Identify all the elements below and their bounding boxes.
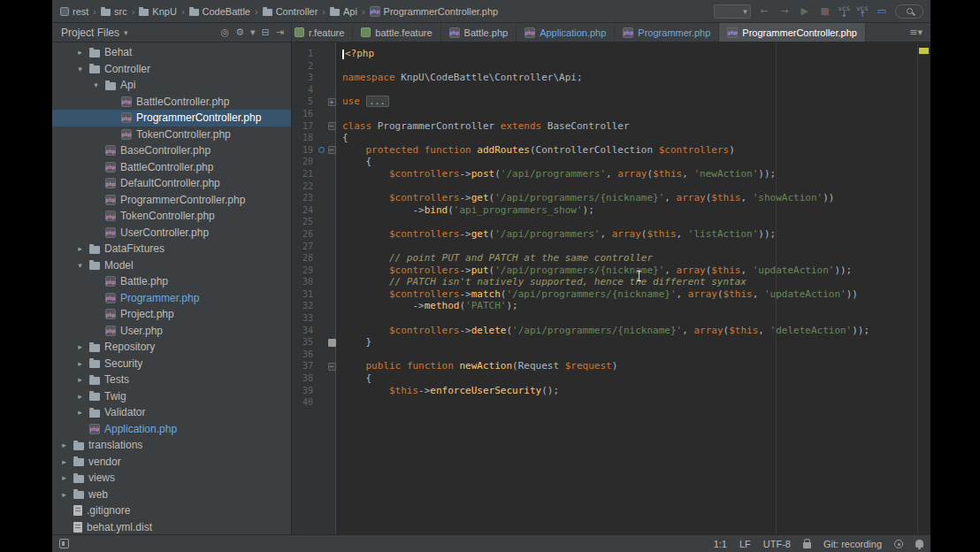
git-branch-indicator[interactable]: Git: recording xyxy=(823,539,882,549)
vcs-commit-icon[interactable]: VCS↑ xyxy=(856,6,869,17)
code-text[interactable]: $controllers->post('/api/programmers', a… xyxy=(337,168,930,180)
code-text[interactable] xyxy=(337,180,930,193)
expand-arrow-icon[interactable]: ▸ xyxy=(75,375,85,384)
tree-item-Project.php[interactable]: Project.php xyxy=(52,306,291,323)
vcs-update-icon[interactable]: VCS↓ xyxy=(838,6,851,17)
code-text[interactable] xyxy=(337,312,930,325)
tree-item-Validator[interactable]: ▸Validator xyxy=(52,404,291,421)
expand-arrow-icon[interactable]: ▸ xyxy=(59,490,69,499)
hide-panel-icon[interactable]: ⇥ xyxy=(276,27,284,38)
breadcrumb-item[interactable]: CodeBattle xyxy=(187,5,253,18)
search-icon[interactable] xyxy=(895,4,923,19)
code-editor[interactable]: 1<?php23namespace KnpU\CodeBattle\Contro… xyxy=(292,42,930,534)
code-text[interactable]: class ProgrammerController extends BaseC… xyxy=(337,120,930,133)
expand-arrow-icon[interactable]: ▸ xyxy=(75,359,85,368)
encoding-indicator[interactable]: UTF-8 xyxy=(763,539,791,549)
tab-Battle.php[interactable]: Battle.php xyxy=(441,23,517,42)
tree-item-Battle.php[interactable]: Battle.php xyxy=(52,273,291,290)
fold-marker-icon[interactable]: − xyxy=(328,122,336,130)
code-text[interactable]: <?php xyxy=(337,48,930,60)
caret-position[interactable]: 1:1 xyxy=(714,539,727,549)
collapse-arrow-icon[interactable]: ▾ xyxy=(75,261,85,270)
code-text[interactable] xyxy=(337,349,930,361)
collapse-arrow-icon[interactable]: ▾ xyxy=(91,80,101,89)
code-text[interactable]: $controllers->match('/api/programmers/{n… xyxy=(337,288,930,301)
tree-item-Behat[interactable]: ▸Behat xyxy=(52,44,291,61)
tree-item-DefaultController.php[interactable]: DefaultController.php xyxy=(52,175,291,192)
tree-item-BattleController.php[interactable]: BattleController.php xyxy=(52,94,291,111)
breadcrumb-item[interactable]: ProgrammerController.php xyxy=(367,5,501,18)
code-text[interactable]: namespace KnpU\CodeBattle\Controller\Api… xyxy=(337,72,930,84)
tree-item-Tests[interactable]: ▸Tests xyxy=(52,372,291,388)
code-text[interactable]: { xyxy=(337,372,930,385)
code-text[interactable]: use ... xyxy=(337,96,930,108)
forward-arrow-icon[interactable]: → xyxy=(777,5,792,17)
code-text[interactable]: // PATCH isn't natively supported, hence… xyxy=(337,276,930,288)
fold-marker-icon[interactable]: − xyxy=(328,363,336,371)
code-text[interactable]: protected function addRoutes(ControllerC… xyxy=(337,144,930,157)
code-text[interactable]: public function newAction(Request $reque… xyxy=(337,360,930,372)
tree-item-BaseController.php[interactable]: BaseController.php xyxy=(52,142,291,159)
line-ending-indicator[interactable]: LF xyxy=(739,539,751,549)
tree-item-translations[interactable]: ▸translations xyxy=(52,437,291,454)
fold-marker-icon[interactable]: + xyxy=(328,98,336,106)
tree-item-views[interactable]: ▸views xyxy=(52,470,291,487)
tree-item-Security[interactable]: ▸Security xyxy=(52,356,291,372)
chevron-down-icon[interactable]: ▾ xyxy=(124,28,128,37)
expand-arrow-icon[interactable]: ▸ xyxy=(75,342,85,351)
code-text[interactable]: $controllers->put('/api/programmers/{nic… xyxy=(337,264,930,277)
tree-item-Api[interactable]: ▾Api xyxy=(52,77,291,94)
collapse-arrow-icon[interactable]: ▾ xyxy=(75,65,85,73)
code-text[interactable] xyxy=(337,216,930,228)
code-text[interactable] xyxy=(337,241,930,253)
stripe-warning-marker[interactable] xyxy=(919,48,929,54)
expand-arrow-icon[interactable]: ▸ xyxy=(75,48,85,57)
tree-item-.gitignore[interactable]: .gitignore xyxy=(52,502,291,519)
tab-Programmer.php[interactable]: Programmer.php xyxy=(615,23,719,42)
code-text[interactable]: ->bind('api_programmers_show'); xyxy=(337,204,930,217)
code-text[interactable] xyxy=(337,60,930,73)
tree-item-Programmer.php[interactable]: Programmer.php xyxy=(52,290,291,307)
tree-item-User.php[interactable]: User.php xyxy=(52,323,291,340)
tree-item-DataFixtures[interactable]: ▸DataFixtures xyxy=(52,241,291,257)
breadcrumb-item[interactable]: Api xyxy=(327,5,360,18)
settings-gear-icon[interactable]: ⚙ xyxy=(235,27,244,38)
code-text[interactable] xyxy=(337,108,930,120)
tree-item-web[interactable]: ▸web xyxy=(52,487,291,503)
toolwindow-toggle-icon[interactable] xyxy=(59,539,69,548)
notifications-icon[interactable] xyxy=(915,540,923,548)
tree-item-UserController.php[interactable]: UserController.php xyxy=(52,225,291,242)
code-text[interactable]: { xyxy=(337,132,930,144)
code-text[interactable]: ->method('PATCH'); xyxy=(337,300,930,312)
tree-item-BattleController.php[interactable]: BattleController.php xyxy=(52,159,291,176)
code-text[interactable]: $controllers->get('/api/programmers', ar… xyxy=(337,228,930,241)
code-text[interactable]: // point PUT and PATCH at the same contr… xyxy=(337,252,930,264)
run-icon[interactable]: ▶ xyxy=(798,5,812,17)
tree-item-ProgrammerController.php[interactable]: ProgrammerController.php xyxy=(52,110,291,126)
tab-battle.feature[interactable]: battle.feature xyxy=(353,23,440,42)
tab-ProgrammerController.php[interactable]: ProgrammerController.php xyxy=(719,23,866,42)
project-view-selector[interactable]: Project Files xyxy=(61,27,119,39)
run-config-select[interactable]: ▾ xyxy=(714,4,751,19)
tree-item-ProgrammerController.php[interactable]: ProgrammerController.php xyxy=(52,192,291,209)
lock-icon[interactable] xyxy=(803,542,811,548)
screen-share-icon[interactable]: ▭ xyxy=(875,5,889,17)
code-text[interactable]: $controllers->delete('/api/programmers/{… xyxy=(337,325,930,337)
error-stripe-scrollbar[interactable] xyxy=(917,42,930,534)
back-arrow-icon[interactable]: ← xyxy=(757,5,771,17)
fold-marker-icon[interactable]: − xyxy=(328,146,336,154)
code-text[interactable]: } xyxy=(337,336,930,349)
code-text[interactable]: $controllers->get('/api/programmers/{nic… xyxy=(337,192,930,204)
override-marker-icon[interactable] xyxy=(318,147,325,153)
code-text[interactable] xyxy=(337,396,930,409)
breadcrumb-item[interactable]: rest xyxy=(57,5,91,18)
tree-item-Repository[interactable]: ▸Repository xyxy=(52,339,291,356)
expand-arrow-icon[interactable]: ▸ xyxy=(59,457,69,466)
expand-arrow-icon[interactable]: ▸ xyxy=(75,392,85,401)
tree-item-TokenController.php[interactable]: TokenController.php xyxy=(52,126,291,143)
expand-arrow-icon[interactable]: ▸ xyxy=(75,244,85,253)
tree-item-Twig[interactable]: ▸Twig xyxy=(52,388,291,405)
code-text[interactable]: $this->enforceUserSecurity(); xyxy=(337,385,930,397)
tree-item-Application.php[interactable]: Application.php xyxy=(52,421,291,438)
expand-arrow-icon[interactable]: ▸ xyxy=(75,408,85,417)
